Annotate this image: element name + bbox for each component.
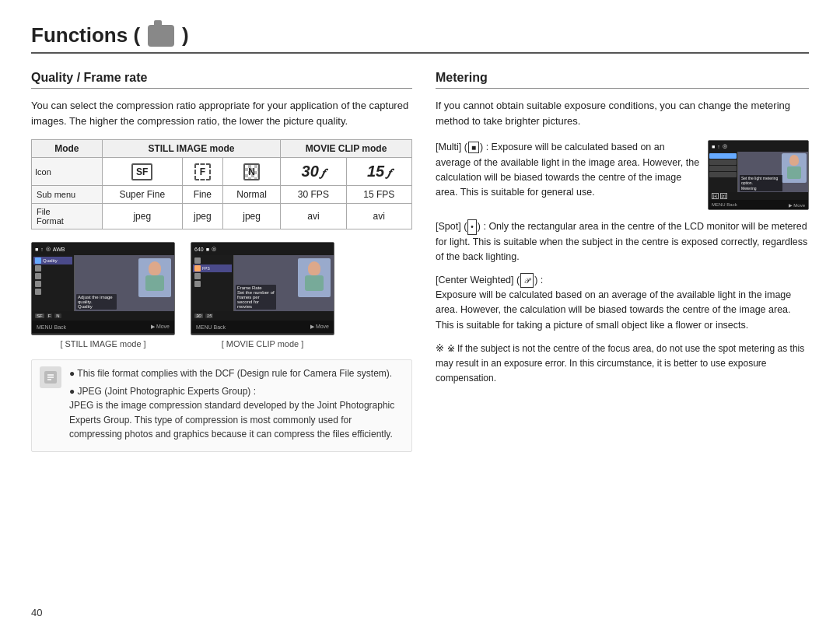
col-still: STILL IMAGE mode [102, 140, 280, 158]
page-number: 40 [31, 607, 42, 618]
format-15fps: avi [346, 204, 411, 229]
metering-section: Metering If you cannot obtain suitable e… [436, 71, 809, 452]
metering-footnote: ※ ※ If the subject is not the centre of … [436, 341, 809, 385]
format-30fps: avi [281, 204, 346, 229]
format-f: jpeg [182, 204, 222, 229]
col-mode: Mode [32, 140, 103, 158]
submenu-normal: Normal [222, 186, 280, 204]
center-icon: 𝒫 [520, 273, 534, 289]
note-text: ● This file format complies with the DCF… [69, 366, 404, 445]
metering-spot-text: [Spot] (•) : Only the rectangular area i… [436, 219, 809, 264]
icon-f: F [182, 158, 222, 186]
multi-icon: ■ [468, 142, 479, 153]
multi-label: [Multi] ( [436, 142, 467, 152]
camera-icon [148, 25, 174, 47]
row-format-label: FileFormat [32, 204, 103, 229]
metering-lcd-block: ■↑◎ [708, 140, 809, 210]
note-icon [40, 366, 61, 388]
still-screenshot-block: ■↑◎AWB Quality [31, 242, 175, 349]
submenu-15fps: 15 FPS [346, 186, 411, 204]
format-sf: jpeg [102, 204, 182, 229]
note-line-1: ● This file format complies with the DCF… [69, 366, 404, 381]
row-icon-label: Icon [32, 158, 103, 186]
icon-15fps: 15 𝒇 [346, 158, 411, 186]
spot-icon: • [467, 219, 477, 235]
still-caption: [ STILL IMAGE mode ] [60, 339, 145, 349]
metering-multi-block: [Multi] (■) : Exposure will be calculate… [436, 140, 809, 210]
submenu-fine: Fine [182, 186, 222, 204]
col-movie: MOVIE CLIP mode [281, 140, 412, 158]
quality-heading: Quality / Frame rate [31, 71, 412, 89]
submenu-superfine: Super Fine [102, 186, 182, 204]
footnote-text: ※ If the subject is not the centre of th… [436, 343, 804, 384]
icon-sf: SF [102, 158, 182, 186]
quality-intro: You can select the compression ratio app… [31, 98, 412, 128]
center-label: [Center Weighted] ( [436, 275, 520, 285]
metering-heading: Metering [436, 71, 809, 89]
metering-spot-block: [Spot] (•) : Only the rectangular area i… [436, 219, 809, 264]
metering-intro: If you cannot obtain suitable exposure c… [436, 98, 809, 129]
metering-multi-text: [Multi] (■) : Exposure will be calculate… [436, 140, 700, 210]
footnote-symbol: ※ [436, 342, 447, 354]
still-lcd-screen: ■↑◎AWB Quality [31, 242, 175, 335]
quality-table: Mode STILL IMAGE mode MOVIE CLIP mode Ic… [31, 139, 412, 229]
icon-n: N [222, 158, 280, 186]
page-title: Functions ( ) [31, 23, 809, 54]
spot-label: [Spot] ( [436, 221, 467, 232]
note-line-2: ● JPEG (Joint Photographic Experts Group… [69, 384, 404, 442]
note-box: ● This file format complies with the DCF… [31, 359, 412, 452]
metering-center-text: [Center Weighted] (𝒫) : Exposure will be… [436, 273, 809, 334]
movie-caption: [ MOVIE CLIP mode ] [222, 339, 304, 349]
icon-30fps: 30 𝒇 [281, 158, 346, 186]
metering-lcd-screen: ■↑◎ [708, 140, 809, 210]
metering-center-block: [Center Weighted] (𝒫) : Exposure will be… [436, 273, 809, 334]
quality-section: Quality / Frame rate You can select the … [31, 71, 412, 452]
title-suffix: ) [182, 23, 189, 47]
movie-screenshot-block: 640■◎ FPS [191, 242, 334, 349]
screenshots-row: ■↑◎AWB Quality [31, 242, 412, 349]
format-n: jpeg [222, 204, 280, 229]
row-submenu-label: Sub menu [32, 186, 103, 204]
title-text: Functions ( [31, 23, 140, 47]
movie-lcd-screen: 640■◎ FPS [191, 242, 334, 335]
submenu-30fps: 30 FPS [281, 186, 346, 204]
